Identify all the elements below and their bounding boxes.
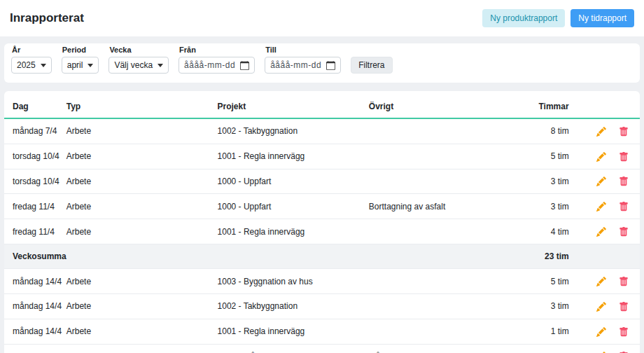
cell-projekt: 1003 - Byggnation av hus	[218, 269, 369, 294]
cell-dag: torsdag 10/4	[4, 144, 66, 169]
to-date-value: åååå-mm-dd	[270, 60, 321, 70]
cell-projekt: 1002 - Takbyggnation	[218, 293, 369, 319]
week-filter: Vecka Välj vecka	[108, 46, 169, 74]
cell-actions	[569, 219, 640, 244]
table-row: fredag 11/4 Arbete 1000 - Uppfart Bortta…	[4, 194, 640, 219]
to-date-filter: Till åååå-mm-dd	[265, 46, 341, 74]
cell-projekt: 1001 - Regla innervägg	[218, 319, 369, 344]
edit-button[interactable]	[596, 202, 606, 212]
delete-button[interactable]	[619, 176, 629, 186]
cell-ovrigt	[369, 144, 536, 169]
cell-ovrigt	[369, 118, 536, 144]
new-time-report-button[interactable]: Ny tidrapport	[570, 9, 634, 27]
edit-button[interactable]	[596, 327, 606, 337]
delete-button[interactable]	[619, 127, 629, 137]
report-table-card: Dag Typ Projekt Övrigt Timmar måndag 7/4…	[4, 91, 640, 353]
pencil-icon	[596, 152, 606, 162]
new-product-report-button[interactable]: Ny produktrapport	[482, 9, 565, 27]
cell-typ	[66, 244, 218, 269]
cell-typ: Arbete	[66, 118, 218, 144]
cell-projekt	[218, 244, 369, 269]
cell-actions	[569, 144, 640, 169]
cell-dag: måndag 7/4	[4, 118, 66, 144]
report-table-body: måndag 7/4 Arbete 1002 - Takbyggnation 8…	[4, 118, 640, 353]
delete-button[interactable]	[619, 152, 629, 162]
cell-dag: måndag 14/4	[4, 293, 66, 319]
cell-dag: fredag 11/4	[4, 219, 66, 244]
cell-timmar: 5 tim	[536, 144, 569, 169]
year-filter: År 2025	[11, 46, 52, 74]
column-ovrigt: Övrigt	[369, 94, 536, 118]
table-row: måndag 7/4 Arbete 1002 - Takbyggnation 8…	[4, 118, 640, 144]
trash-icon	[619, 277, 629, 286]
cell-actions	[569, 293, 640, 319]
calendar-icon	[240, 61, 249, 70]
week-select-value: Välj vecka	[114, 60, 153, 70]
cell-timmar: 4 tim	[536, 219, 569, 244]
table-row: måndag 14/4 Arbete 1003 - Byggnation av …	[4, 269, 640, 294]
cell-timmar: 23 tim	[536, 244, 569, 269]
week-select[interactable]: Välj vecka	[108, 57, 169, 74]
edit-button[interactable]	[596, 302, 606, 312]
edit-button[interactable]	[596, 127, 606, 137]
cell-projekt: 1001 - Regla innervägg	[218, 144, 369, 169]
delete-button[interactable]	[619, 227, 629, 237]
cell-timmar: 8 tim	[536, 118, 569, 144]
trash-icon	[619, 152, 629, 162]
from-date-label: Från	[179, 46, 255, 54]
pencil-icon	[596, 327, 606, 337]
cell-typ: Arbete	[66, 293, 218, 319]
period-select[interactable]: april	[62, 57, 99, 74]
from-date-input[interactable]: åååå-mm-dd	[178, 57, 255, 74]
delete-button[interactable]	[619, 302, 629, 312]
cell-dag: fredag 11/4	[4, 194, 66, 219]
header-actions: Ny produktrapport Ny tidrapport	[482, 9, 634, 27]
cell-actions	[569, 118, 640, 144]
table-row: torsdag 10/4 Arbete 1001 - Regla innervä…	[4, 144, 640, 169]
period-select-value: april	[67, 60, 83, 70]
table-row: måndag 14/4 Arbete 1001 - Regla innerväg…	[4, 319, 640, 344]
edit-button[interactable]	[596, 277, 606, 286]
cell-actions	[569, 319, 640, 344]
cell-typ: Arbete	[66, 144, 218, 169]
cell-actions	[569, 344, 640, 353]
cell-timmar: 3 tim	[536, 194, 569, 219]
to-date-input[interactable]: åååå-mm-dd	[265, 57, 341, 74]
filter-bar: År 2025 Period april Vecka Välj vecka Fr…	[4, 43, 640, 83]
cell-actions	[569, 244, 640, 269]
from-date-value: åååå-mm-dd	[184, 60, 235, 70]
page-header: Inrapporterat Ny produktrapport Ny tidra…	[0, 0, 644, 36]
trash-icon	[619, 327, 629, 337]
cell-ovrigt	[369, 319, 536, 344]
cell-typ: Arbete	[66, 319, 218, 344]
cell-typ: Arbete	[66, 219, 218, 244]
delete-button[interactable]	[619, 277, 629, 286]
cell-actions	[569, 269, 640, 294]
cell-projekt: 1000 - Uppfart	[218, 169, 369, 194]
delete-button[interactable]	[619, 327, 629, 337]
from-date-filter: Från åååå-mm-dd	[178, 46, 255, 74]
cell-ovrigt	[369, 293, 536, 319]
table-row: torsdag 10/4 Arbete 1000 - Uppfart 3 tim	[4, 169, 640, 194]
delete-button[interactable]	[619, 202, 629, 212]
cell-dag: tisdag 15/4	[4, 344, 66, 353]
filter-button[interactable]: Filtrera	[351, 57, 392, 74]
pencil-icon	[596, 176, 606, 186]
cell-ovrigt	[369, 244, 536, 269]
edit-button[interactable]	[596, 152, 606, 162]
cell-projekt: 1002 - Takbyggnation	[218, 118, 369, 144]
cell-typ: Arbete	[66, 194, 218, 219]
column-projekt: Projekt	[218, 94, 369, 118]
edit-button[interactable]	[596, 176, 606, 186]
cell-timmar: 4 tim	[536, 344, 569, 353]
page-title: Inrapporterat	[10, 11, 84, 25]
summary-row: Veckosumma 23 tim	[4, 244, 640, 269]
trash-icon	[619, 127, 629, 137]
edit-button[interactable]	[596, 227, 606, 237]
year-select[interactable]: 2025	[11, 57, 52, 74]
cell-ovrigt	[369, 269, 536, 294]
cell-actions	[569, 194, 640, 219]
column-dag: Dag	[4, 94, 66, 118]
table-row: tisdag 15/4 Arbete 1004 - Måla fasad Mål…	[4, 344, 640, 353]
pencil-icon	[596, 277, 606, 286]
